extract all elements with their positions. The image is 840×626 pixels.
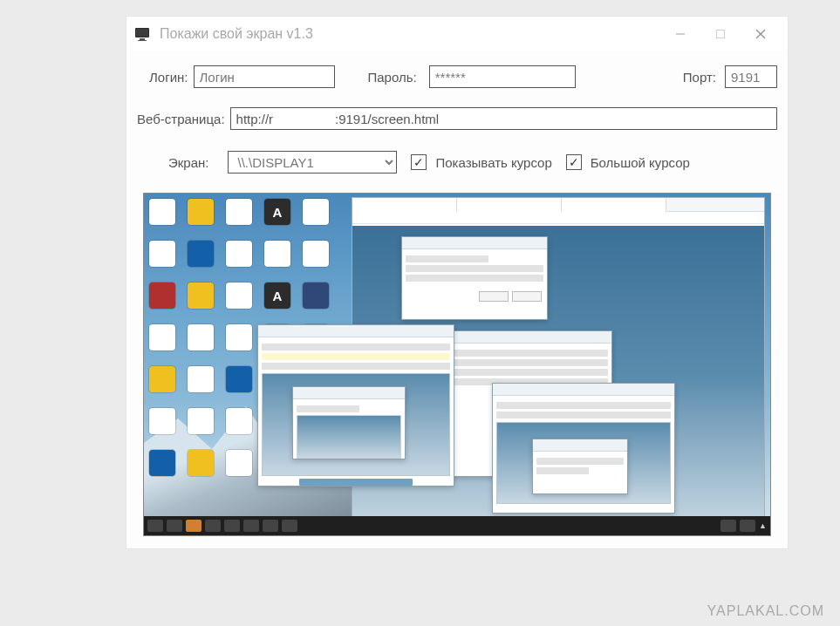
- app-window: Покажи свой экран v1.3 Логин: Пароль:: [126, 16, 789, 549]
- big-cursor-checkbox[interactable]: [566, 154, 582, 170]
- screen-label: Экран:: [168, 155, 208, 170]
- svg-rect-1: [136, 29, 148, 37]
- preview-self-window: [257, 324, 454, 487]
- window-controls: [660, 17, 781, 51]
- row-screen: Экран: \\.\DISPLAY1 Показывать курсор Бо…: [137, 151, 777, 174]
- minimize-button[interactable]: [660, 17, 700, 51]
- url-input[interactable]: [230, 107, 777, 130]
- preview-taskbar: ▲: [144, 516, 770, 535]
- url-label: Веб-страница:: [137, 112, 225, 126]
- preview-auth-dialog: [401, 236, 548, 320]
- screen-select[interactable]: \\.\DISPLAY1: [228, 151, 397, 174]
- port-input[interactable]: [725, 65, 777, 88]
- close-button[interactable]: [741, 17, 781, 51]
- big-cursor-label: Большой курсор: [591, 155, 690, 170]
- password-label: Пароль:: [368, 70, 417, 85]
- show-cursor-label: Показывать курсор: [435, 155, 551, 170]
- login-label: Логин:: [149, 70, 188, 85]
- app-monitor-icon: [133, 25, 151, 43]
- show-cursor-checkbox[interactable]: [411, 154, 427, 170]
- row-credentials: Логин: Пароль: Порт:: [137, 65, 777, 88]
- row-url: Веб-страница:: [137, 107, 777, 130]
- login-input[interactable]: [194, 65, 335, 88]
- titlebar[interactable]: Покажи свой экран v1.3: [126, 17, 788, 51]
- preview-nested-window: [492, 383, 675, 514]
- password-input[interactable]: [429, 65, 576, 88]
- svg-rect-2: [140, 38, 145, 40]
- window-title: Покажи свой экран v1.3: [160, 26, 313, 42]
- svg-rect-5: [717, 31, 725, 38]
- window-body: Логин: Пароль: Порт: Веб-страница: Экран…: [126, 51, 788, 548]
- port-label: Порт:: [683, 70, 716, 85]
- screen-preview: A A: [143, 193, 771, 536]
- watermark: YAPLAKAL.COM: [707, 603, 824, 619]
- svg-rect-3: [138, 40, 147, 41]
- maximize-button[interactable]: [700, 17, 741, 51]
